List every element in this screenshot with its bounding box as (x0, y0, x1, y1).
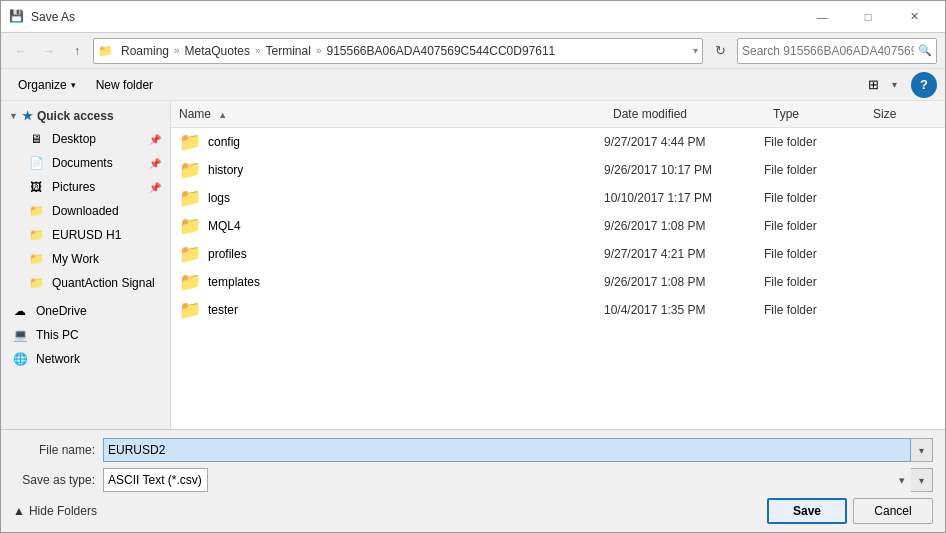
sidebar-item-desktop[interactable]: 🖥 Desktop 📌 (1, 127, 170, 151)
row-type: File folder (764, 275, 864, 289)
mywork-icon: 📁 (26, 251, 46, 267)
sidebar-item-thispc[interactable]: 💻 This PC (1, 323, 170, 347)
table-row[interactable]: 📁 templates 9/26/2017 1:08 PM File folde… (171, 268, 945, 296)
table-row[interactable]: 📁 profiles 9/27/2017 4:21 PM File folder (171, 240, 945, 268)
row-folder-icon: 📁 (172, 131, 208, 153)
path-arrow-1: » (174, 45, 180, 56)
organize-button[interactable]: Organize ▾ (9, 72, 85, 98)
quick-access-header[interactable]: ▼ ★ Quick access (1, 105, 170, 127)
row-date: 9/26/2017 10:17 PM (604, 163, 764, 177)
quick-access-star-icon: ★ (22, 109, 33, 123)
table-row[interactable]: 📁 config 9/27/2017 4:44 PM File folder (171, 128, 945, 156)
thispc-icon: 💻 (10, 327, 30, 343)
downloaded-icon: 📁 (26, 203, 46, 219)
help-button[interactable]: ? (911, 72, 937, 98)
refresh-button[interactable]: ↻ (707, 38, 733, 64)
path-arrow-3: » (316, 45, 322, 56)
col-header-date[interactable]: Date modified (605, 103, 765, 125)
sidebar-item-network[interactable]: 🌐 Network (1, 347, 170, 371)
row-date: 9/27/2017 4:21 PM (604, 247, 764, 261)
row-name: history (208, 163, 604, 177)
savetype-row: Save as type: ASCII Text (*.csv) ▾ (13, 468, 933, 492)
hide-folders-button[interactable]: ▲ Hide Folders (13, 504, 97, 518)
desktop-icon: 🖥 (26, 131, 46, 147)
filename-label: File name: (13, 443, 103, 457)
collapse-icon: ▼ (9, 111, 18, 121)
row-folder-icon: 📁 (172, 271, 208, 293)
pictures-label: Pictures (52, 180, 95, 194)
address-path: Roaming » MetaQuotes » Terminal » 915566… (117, 42, 685, 60)
row-type: File folder (764, 163, 864, 177)
address-bar[interactable]: 📁 Roaming » MetaQuotes » Terminal » 9155… (93, 38, 703, 64)
sort-arrow: ▲ (218, 110, 227, 120)
sidebar: ▼ ★ Quick access 🖥 Desktop 📌 📄 Documents… (1, 101, 171, 429)
savetype-dropdown-button[interactable]: ▾ (911, 468, 933, 492)
window-icon: 💾 (9, 9, 25, 25)
bottom-bar: File name: ▾ Save as type: ASCII Text (*… (1, 429, 945, 532)
up-button[interactable]: ↑ (65, 39, 89, 63)
search-box: 🔍 (737, 38, 937, 64)
path-metaquotes[interactable]: MetaQuotes (181, 42, 254, 60)
search-input[interactable] (742, 44, 914, 58)
sidebar-item-quantaction[interactable]: 📁 QuantAction Signal (1, 271, 170, 295)
file-area: Name ▲ Date modified Type Size 📁 config … (171, 101, 945, 429)
forward-button[interactable]: → (37, 39, 61, 63)
col-header-type[interactable]: Type (765, 103, 865, 125)
dialog-action-row: ▲ Hide Folders Save Cancel (13, 498, 933, 524)
col-header-size[interactable]: Size (865, 103, 945, 125)
file-list[interactable]: 📁 config 9/27/2017 4:44 PM File folder 📁… (171, 128, 945, 429)
pictures-icon: 🖼 (26, 179, 46, 195)
sidebar-item-pictures[interactable]: 🖼 Pictures 📌 (1, 175, 170, 199)
path-terminal[interactable]: Terminal (262, 42, 315, 60)
table-row[interactable]: 📁 tester 10/4/2017 1:35 PM File folder (171, 296, 945, 324)
cancel-button[interactable]: Cancel (853, 498, 933, 524)
col-name-label: Name (179, 107, 211, 121)
table-row[interactable]: 📁 history 9/26/2017 10:17 PM File folder (171, 156, 945, 184)
path-roaming[interactable]: Roaming (117, 42, 173, 60)
sidebar-item-documents[interactable]: 📄 Documents 📌 (1, 151, 170, 175)
thispc-label: This PC (36, 328, 79, 342)
sidebar-item-eurusd[interactable]: 📁 EURUSD H1 (1, 223, 170, 247)
address-dropdown-icon[interactable]: ▾ (693, 45, 698, 56)
organize-label: Organize (18, 78, 67, 92)
sidebar-item-mywork[interactable]: 📁 My Work (1, 247, 170, 271)
row-date: 9/27/2017 4:44 PM (604, 135, 764, 149)
onedrive-icon: ☁ (10, 303, 30, 319)
minimize-button[interactable]: — (799, 1, 845, 33)
main-content: ▼ ★ Quick access 🖥 Desktop 📌 📄 Documents… (1, 101, 945, 429)
path-hash[interactable]: 915566BA06ADA407569C544CC0D97611 (322, 42, 559, 60)
nav-toolbar: ← → ↑ 📁 Roaming » MetaQuotes » Terminal … (1, 33, 945, 69)
path-arrow-2: » (255, 45, 261, 56)
sidebar-item-downloaded[interactable]: 📁 Downloaded (1, 199, 170, 223)
close-button[interactable]: ✕ (891, 1, 937, 33)
view-button[interactable]: ⊞ (858, 72, 888, 98)
maximize-button[interactable]: □ (845, 1, 891, 33)
search-icon: 🔍 (918, 44, 932, 57)
quick-access-section: ▼ ★ Quick access 🖥 Desktop 📌 📄 Documents… (1, 105, 170, 295)
back-button[interactable]: ← (9, 39, 33, 63)
filename-row: File name: ▾ (13, 438, 933, 462)
row-folder-icon: 📁 (172, 215, 208, 237)
new-folder-label: New folder (96, 78, 153, 92)
folder-icon: 📁 (98, 44, 113, 58)
table-row[interactable]: 📁 MQL4 9/26/2017 1:08 PM File folder (171, 212, 945, 240)
sidebar-item-onedrive[interactable]: ☁ OneDrive (1, 299, 170, 323)
eurusd-label: EURUSD H1 (52, 228, 121, 242)
organize-chevron: ▾ (71, 80, 76, 90)
hide-folders-label: Hide Folders (29, 504, 97, 518)
col-size-label: Size (873, 107, 896, 121)
savetype-select[interactable]: ASCII Text (*.csv) (103, 468, 208, 492)
row-type: File folder (764, 135, 864, 149)
col-header-name[interactable]: Name ▲ (171, 103, 605, 125)
table-row[interactable]: 📁 logs 10/10/2017 1:17 PM File folder (171, 184, 945, 212)
row-type: File folder (764, 247, 864, 261)
action-bar: Organize ▾ New folder ⊞ ▾ ? (1, 69, 945, 101)
new-folder-button[interactable]: New folder (87, 72, 162, 98)
file-list-header: Name ▲ Date modified Type Size (171, 101, 945, 128)
row-folder-icon: 📁 (172, 187, 208, 209)
view-dropdown-icon[interactable]: ▾ (892, 79, 897, 90)
row-name: tester (208, 303, 604, 317)
save-button[interactable]: Save (767, 498, 847, 524)
filename-dropdown-button[interactable]: ▾ (911, 438, 933, 462)
filename-input[interactable] (103, 438, 911, 462)
